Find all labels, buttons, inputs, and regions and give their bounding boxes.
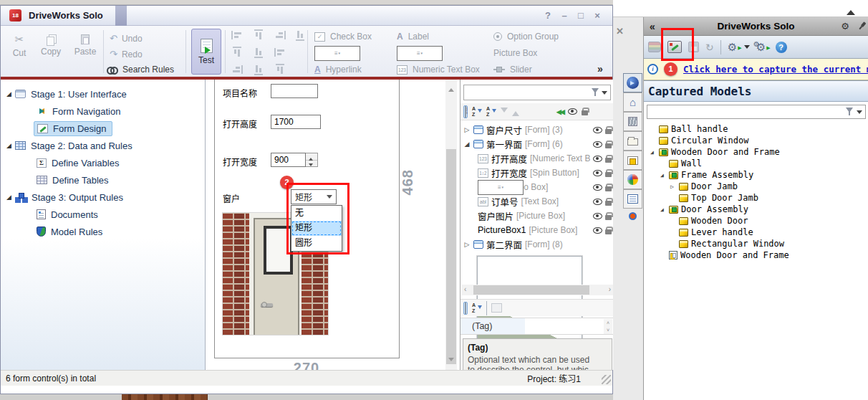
spin-up-button[interactable] xyxy=(306,153,317,161)
redo-button[interactable]: ↷ Redo xyxy=(110,49,143,59)
help-icon[interactable] xyxy=(776,42,787,53)
expander-icon[interactable]: ◢ xyxy=(6,90,15,97)
model-row[interactable]: ◢Door Assembly xyxy=(644,204,868,215)
project-name-input[interactable] xyxy=(271,84,318,98)
sidebar-item-documents[interactable]: Documents xyxy=(1,206,205,223)
spin-button[interactable] xyxy=(306,153,318,167)
chevron-down-icon[interactable] xyxy=(857,110,862,117)
size-to-grid-icon[interactable] xyxy=(274,47,286,57)
align-left-icon[interactable] xyxy=(231,30,243,40)
tree-row-control[interactable]: PictureBox1[Picture Box] xyxy=(460,223,614,237)
sidebar-item-model-rules[interactable]: Model Rules xyxy=(1,223,205,240)
scroll-up-icon[interactable] xyxy=(847,6,855,15)
tree-row-control[interactable]: 窗户[Combo Box] xyxy=(460,180,614,194)
chevron-down-icon[interactable] xyxy=(602,91,607,97)
lock-icon[interactable] xyxy=(605,212,612,220)
sidebar-item-form-design[interactable]: Form Design xyxy=(1,120,205,137)
spin-down-button[interactable] xyxy=(306,161,317,167)
eye-icon[interactable] xyxy=(593,170,602,176)
expander-icon[interactable]: ◢ xyxy=(6,142,15,149)
expander-icon[interactable]: ◢ xyxy=(658,172,666,178)
sort-az-button[interactable] xyxy=(472,303,482,313)
lock-icon[interactable] xyxy=(605,184,612,191)
property-pages-icon[interactable] xyxy=(491,303,502,313)
tree-row-control[interactable]: 订单号[Text Box] xyxy=(460,194,614,209)
titlebar[interactable]: 18 DriveWorks Solo ? – □ × xyxy=(1,6,612,26)
scroll-up-icon[interactable]: ˄ xyxy=(607,320,609,325)
undo-button[interactable]: ↶ Undo xyxy=(110,33,143,44)
tree-row-control[interactable]: 打开宽度[Spin Button] xyxy=(460,166,614,180)
cut-button[interactable]: ✂ Cut xyxy=(4,33,35,58)
controls-horizontal-scrollbar[interactable]: ‹ › xyxy=(462,285,613,295)
capture-model-link[interactable]: Click here to capture the current model xyxy=(683,64,868,75)
eye-icon[interactable] xyxy=(593,199,602,205)
expander-icon[interactable]: ◢ xyxy=(648,149,656,156)
gear-icon[interactable]: ⚙ xyxy=(841,21,849,32)
align-bottom-icon[interactable] xyxy=(254,64,264,75)
maximize-button[interactable]: □ xyxy=(576,10,586,21)
tab-forum[interactable] xyxy=(623,189,642,209)
expander-icon[interactable]: ▷ xyxy=(668,184,676,190)
model-row[interactable]: Circular Window xyxy=(644,135,868,146)
tab-custom-properties[interactable] xyxy=(623,170,642,189)
eye-icon[interactable] xyxy=(593,213,602,219)
make-same-size-icon[interactable] xyxy=(274,30,286,40)
controls-filter-input[interactable] xyxy=(463,85,611,100)
model-row[interactable]: Top Door Jamb xyxy=(644,192,868,204)
sidebar-item-stage1[interactable]: ◢ Stage 1: User Interface xyxy=(1,85,205,103)
palette-numeric-text-box[interactable]: Numeric Text Box xyxy=(397,65,480,75)
expander-icon[interactable]: ◢ xyxy=(658,206,666,213)
scrollbar-thumb[interactable] xyxy=(446,149,456,364)
scroll-up-icon[interactable] xyxy=(448,85,454,92)
project-book-icon[interactable] xyxy=(648,42,661,52)
model-row[interactable]: Lever handle xyxy=(644,227,868,238)
expander-icon[interactable]: ◢ xyxy=(463,141,471,148)
eye-icon[interactable] xyxy=(593,141,602,148)
models-filter-input[interactable] xyxy=(647,105,866,119)
test-button[interactable]: Test xyxy=(191,29,221,75)
eye-icon[interactable] xyxy=(593,156,602,162)
tree-row-form[interactable]: ▷ 第二界面[Form] (8) xyxy=(460,237,614,252)
tree-row-form[interactable]: ◢ 第一界面[Form] (6) xyxy=(460,137,614,151)
search-rules-button[interactable]: Search Rules xyxy=(107,65,174,75)
minimize-button[interactable]: – xyxy=(559,10,569,21)
model-row[interactable]: ◢Wooden Door and Frame xyxy=(644,146,868,158)
close-icon[interactable]: ✕ xyxy=(616,26,624,37)
sidebar-item-form-navigation[interactable]: Form Navigation xyxy=(1,103,205,120)
align-middle-icon[interactable] xyxy=(232,47,242,58)
align-top-icon[interactable] xyxy=(254,29,264,41)
sidebar-item-define-variables[interactable]: Define Variables xyxy=(1,154,205,171)
tab-design-library[interactable] xyxy=(623,112,642,131)
eye-icon[interactable] xyxy=(593,227,602,234)
sidebar-item-define-tables[interactable]: Define Tables xyxy=(1,171,205,189)
tree-row-control[interactable]: 打开高度[Numeric Text Box] xyxy=(460,151,614,166)
expander-icon[interactable]: ◢ xyxy=(6,194,15,201)
palette-hyperlink[interactable]: AHyperlink xyxy=(314,65,362,75)
model-row[interactable]: Wooden Door and Frame xyxy=(644,249,868,261)
lock-toggle-icon[interactable] xyxy=(582,108,588,115)
collapse-all-icon[interactable]: ◀◀ xyxy=(556,108,564,115)
model-row[interactable]: ◢Frame Assembly xyxy=(644,169,868,181)
generate-model-icon[interactable]: ⚙ xyxy=(728,41,741,54)
palette-check-box[interactable]: Check Box xyxy=(314,32,372,42)
tab-file-explorer[interactable] xyxy=(623,131,642,151)
space-across-icon[interactable] xyxy=(295,29,305,41)
sort-az-button[interactable] xyxy=(472,106,482,117)
lock-icon[interactable] xyxy=(605,126,612,134)
generate-all-models-icon[interactable]: ⚙ xyxy=(756,41,769,54)
sidebar-item-stage3[interactable]: ◢ Stage 3: Output Rules xyxy=(1,189,205,206)
move-down-button[interactable] xyxy=(501,108,508,116)
eye-icon[interactable] xyxy=(593,127,602,133)
palette-list-box[interactable]: List Box xyxy=(397,48,428,58)
palette-label[interactable]: ALabel xyxy=(397,32,429,42)
center-horizontal-icon[interactable] xyxy=(254,47,264,58)
categorized-view-button[interactable] xyxy=(463,302,468,315)
property-row-tag[interactable]: (Tag) ˄˅ xyxy=(460,318,614,335)
lock-icon[interactable] xyxy=(605,155,612,163)
tab-driveworks[interactable] xyxy=(623,73,642,92)
canvas-vertical-scrollbar[interactable] xyxy=(445,80,457,370)
chevron-down-icon[interactable] xyxy=(744,45,750,52)
palette-overflow-button[interactable]: » xyxy=(597,63,603,75)
scroll-down-icon[interactable]: ˅ xyxy=(607,328,609,333)
lock-icon[interactable] xyxy=(605,198,612,206)
